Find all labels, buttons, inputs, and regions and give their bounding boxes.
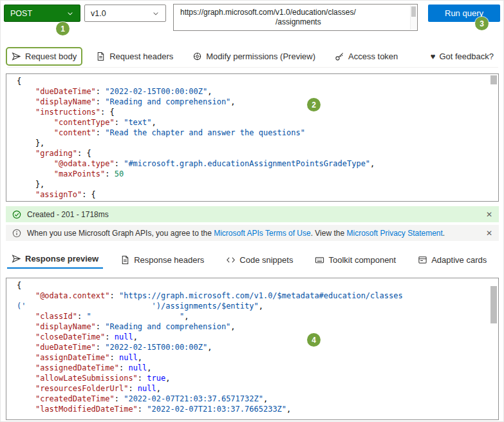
callout-badge-3: 3 <box>475 17 489 30</box>
code-icon <box>226 255 236 265</box>
feedback-button[interactable]: ♥ Got feedback? <box>426 48 498 64</box>
chevron-down-icon <box>152 10 160 17</box>
terms-text-suffix: . <box>443 229 445 238</box>
adaptive-cards-icon <box>418 255 427 265</box>
tab-request-body-label: Request body <box>25 52 77 61</box>
tab-response-preview[interactable]: Response preview <box>7 251 103 269</box>
status-text: Created - 201 - 1718ms <box>27 210 109 219</box>
send-icon <box>12 254 21 264</box>
response-preview-editor[interactable]: { "@odata.context": "https://graph.micro… <box>6 278 499 420</box>
response-body-code: { "@odata.context": "https://graph.micro… <box>6 278 498 414</box>
tab-access-token-label: Access token <box>348 52 398 61</box>
tab-response-headers-label: Response headers <box>134 255 204 265</box>
http-method-dropdown[interactable]: POST <box>4 5 80 22</box>
send-icon <box>12 52 21 61</box>
tab-request-headers-label: Request headers <box>109 52 173 61</box>
request-body-code: { "dueDateTime": "2022-02-15T00:00:00Z",… <box>6 74 498 200</box>
api-version-dropdown[interactable]: v1.0 <box>84 5 166 22</box>
request-tabs: Request body Request headers Modify perm… <box>7 46 498 68</box>
request-url-line2: /assignments <box>275 17 406 27</box>
document-icon <box>120 255 130 265</box>
callout-badge-2: 2 <box>307 98 321 111</box>
terms-text-mid: . View the <box>311 229 347 238</box>
tab-response-preview-label: Response preview <box>25 254 98 264</box>
api-version-label: v1.0 <box>91 9 106 18</box>
tab-modify-permissions-label: Modify permissions (Preview) <box>206 52 315 61</box>
tab-access-token[interactable]: Access token <box>330 48 402 64</box>
heart-icon: ♥ <box>431 52 436 61</box>
response-editor-scrollbar-thumb[interactable] <box>490 286 497 323</box>
callout-badge-4: 4 <box>307 333 321 347</box>
document-icon <box>96 52 106 61</box>
tab-toolkit-component[interactable]: Toolkit component <box>310 252 400 268</box>
callout-badge-1: 1 <box>56 22 70 35</box>
close-icon: ✕ <box>486 229 492 238</box>
tab-modify-permissions[interactable]: Modify permissions (Preview) <box>188 48 320 64</box>
tab-adaptive-cards-label: Adaptive cards <box>431 255 487 265</box>
response-editor-scrollbar[interactable] <box>489 278 498 419</box>
tab-response-headers[interactable]: Response headers <box>116 252 209 268</box>
privacy-statement-link[interactable]: Microsoft Privacy Statement <box>346 229 442 238</box>
tab-code-snippets-label: Code snippets <box>239 255 293 265</box>
terms-banner: When you use Microsoft Graph APIs, you a… <box>6 225 499 241</box>
tab-code-snippets[interactable]: Code snippets <box>221 252 297 268</box>
request-url-input[interactable]: https://graph.microsoft.com/v1.0/educati… <box>173 4 418 31</box>
tab-request-headers[interactable]: Request headers <box>91 48 178 64</box>
run-query-button[interactable]: Run query <box>428 5 500 22</box>
response-tabs: Response preview Response headers Code s… <box>7 249 498 270</box>
permissions-icon <box>192 52 202 61</box>
tab-adaptive-cards[interactable]: Adaptive cards <box>413 252 491 268</box>
request-editor-scrollbar[interactable] <box>489 74 498 201</box>
status-banner: Created - 201 - 1718ms ✕ <box>6 206 499 222</box>
tab-toolkit-component-label: Toolkit component <box>328 255 396 265</box>
terms-text: When you use Microsoft Graph APIs, you a… <box>27 229 445 238</box>
http-method-label: POST <box>10 9 32 18</box>
chevron-down-icon <box>66 10 74 17</box>
terms-text-prefix: When you use Microsoft Graph APIs, you a… <box>27 229 214 238</box>
close-icon: ✕ <box>486 210 492 219</box>
tab-request-body[interactable]: Request body <box>7 48 81 64</box>
dismiss-status-button[interactable]: ✕ <box>486 210 492 219</box>
url-scrollbar[interactable] <box>410 5 416 30</box>
info-icon <box>12 229 21 238</box>
dismiss-terms-button[interactable]: ✕ <box>486 229 492 238</box>
feedback-label: Got feedback? <box>439 52 494 61</box>
request-editor-scrollbar-thumb[interactable] <box>490 75 497 84</box>
toolkit-icon <box>315 255 324 265</box>
check-circle-icon <box>12 210 21 219</box>
terms-of-use-link[interactable]: Microsoft APIs Terms of Use <box>214 229 311 238</box>
request-body-editor[interactable]: { "dueDateTime": "2022-02-15T00:00:00Z",… <box>6 73 499 202</box>
url-scrollbar-thumb[interactable] <box>411 6 416 17</box>
request-url-line1: https://graph.microsoft.com/v1.0/educati… <box>180 8 406 17</box>
graph-explorer-app: POST v1.0 https://graph.microsoft.com/v1… <box>0 0 504 422</box>
key-icon <box>335 52 344 61</box>
